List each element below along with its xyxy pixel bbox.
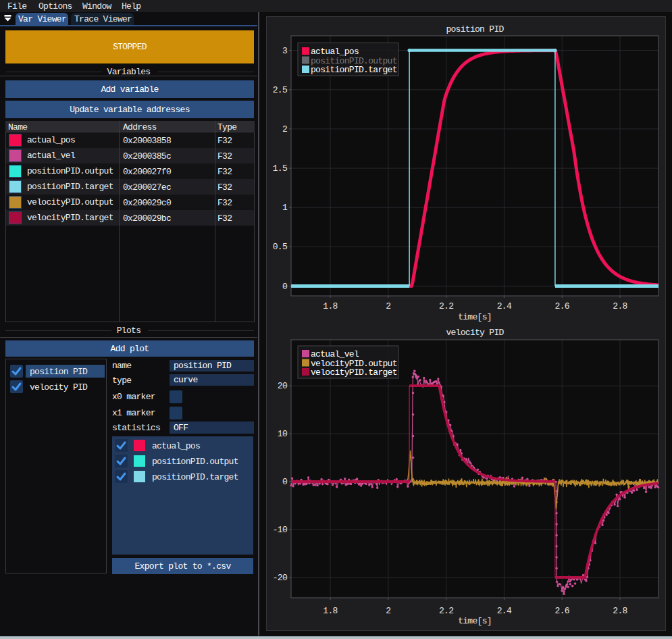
svg-text:2.8: 2.8 — [613, 301, 627, 311]
svg-text:10: 10 — [278, 429, 287, 439]
svg-text:0: 0 — [282, 477, 287, 487]
svg-text:0.5: 0.5 — [273, 242, 287, 252]
svg-text:-10: -10 — [273, 525, 287, 535]
svg-text:1: 1 — [282, 203, 288, 213]
svg-text:velocityPID.target: velocityPID.target — [311, 367, 397, 378]
svg-text:0: 0 — [282, 282, 287, 292]
svg-text:velocity PID: velocity PID — [446, 328, 504, 338]
svg-text:2: 2 — [282, 124, 287, 134]
svg-text:2.5: 2.5 — [273, 85, 287, 95]
svg-text:3: 3 — [282, 46, 287, 56]
svg-text:position PID: position PID — [446, 24, 504, 34]
svg-text:time[s]: time[s] — [458, 616, 492, 626]
svg-text:2: 2 — [386, 606, 390, 616]
svg-text:2.2: 2.2 — [439, 606, 453, 616]
svg-text:1.5: 1.5 — [273, 163, 287, 174]
svg-text:2.6: 2.6 — [555, 301, 569, 311]
svg-text:1.8: 1.8 — [323, 606, 337, 616]
svg-text:2.6: 2.6 — [555, 606, 569, 616]
svg-text:positionPID.target: positionPID.target — [311, 65, 397, 75]
svg-text:time[s]: time[s] — [458, 312, 492, 322]
svg-text:2.4: 2.4 — [497, 301, 512, 311]
svg-text:1.8: 1.8 — [323, 301, 337, 311]
svg-text:20: 20 — [278, 381, 287, 391]
svg-text:-20: -20 — [273, 573, 287, 583]
svg-text:2: 2 — [386, 301, 390, 311]
svg-text:2.2: 2.2 — [439, 301, 453, 311]
svg-text:2.4: 2.4 — [497, 606, 512, 616]
svg-text:2.8: 2.8 — [613, 606, 627, 616]
